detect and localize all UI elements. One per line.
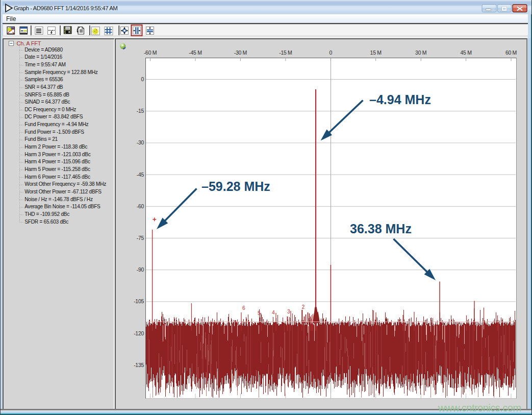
svg-text:6: 6	[242, 305, 245, 311]
svg-text:2: 2	[302, 304, 305, 310]
svg-text:4: 4	[272, 309, 275, 315]
svg-text:5: 5	[258, 310, 261, 316]
svg-text:3: 3	[287, 308, 290, 314]
